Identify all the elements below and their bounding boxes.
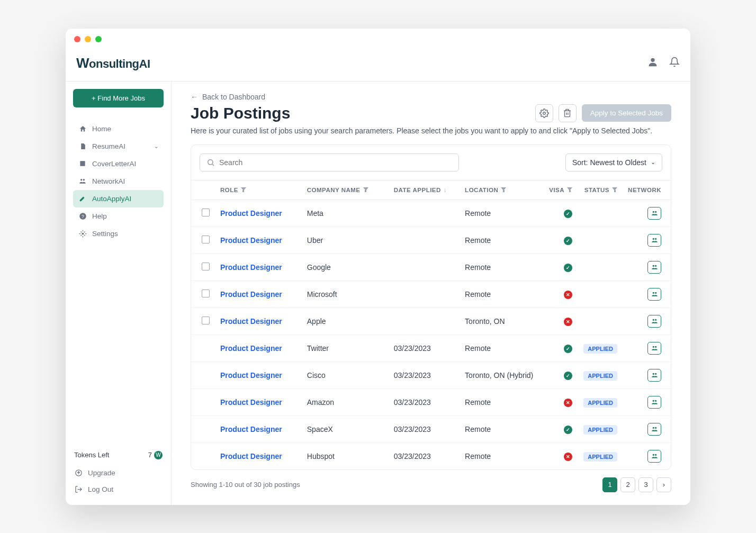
- role-link[interactable]: Product Designer: [220, 317, 282, 326]
- role-link[interactable]: Product Designer: [220, 236, 282, 245]
- check-icon: ✓: [564, 237, 572, 245]
- sort-dropdown[interactable]: Sort: Newest to Oldest ⌄: [565, 153, 662, 171]
- apply-to-selected-button[interactable]: Apply to Selected Jobs: [582, 104, 671, 122]
- next-page-button[interactable]: ›: [656, 477, 671, 492]
- row-checkbox[interactable]: [202, 263, 210, 270]
- location-cell: Remote: [460, 335, 544, 362]
- minimize-window-icon[interactable]: [85, 36, 91, 42]
- sidebar-item-home[interactable]: Home: [73, 120, 164, 138]
- column-status[interactable]: STATUS: [578, 180, 623, 200]
- settings-button[interactable]: [535, 104, 553, 122]
- sidebar-item-settings[interactable]: Settings: [73, 225, 164, 242]
- sidebar-item-networkai[interactable]: NetworkAI: [73, 173, 164, 190]
- svg-point-24: [652, 400, 654, 402]
- table-row: Product DesignerUberRemote✓: [191, 227, 671, 254]
- svg-point-6: [82, 232, 84, 234]
- date-cell: [389, 254, 460, 281]
- svg-text:?: ?: [82, 213, 84, 219]
- column-company[interactable]: COMPANY NAME: [302, 180, 389, 200]
- search-input[interactable]: [219, 158, 452, 167]
- svg-point-17: [655, 292, 656, 294]
- find-more-jobs-button[interactable]: + Find More Jobs: [73, 89, 164, 107]
- network-button[interactable]: [647, 423, 661, 436]
- table-row: Product DesignerCisco03/23/2023Toronto, …: [191, 362, 671, 389]
- sidebar-item-label: AutoApplyAI: [92, 195, 131, 203]
- delete-button[interactable]: [559, 104, 577, 122]
- role-link[interactable]: Product Designer: [220, 425, 282, 433]
- filter-icon: [567, 187, 572, 193]
- svg-point-27: [655, 427, 656, 429]
- file-icon: [78, 142, 87, 150]
- date-cell: 03/23/2023: [389, 389, 460, 415]
- row-checkbox[interactable]: [202, 290, 210, 297]
- upgrade-icon: [74, 469, 83, 477]
- upgrade-link[interactable]: Upgrade: [73, 465, 164, 481]
- sidebar-item-coverletterai[interactable]: CoverLetterAI: [73, 155, 164, 173]
- company-cell: Amazon: [302, 389, 389, 415]
- role-link[interactable]: Product Designer: [220, 452, 282, 460]
- x-icon: ✕: [564, 453, 572, 461]
- location-cell: Remote: [460, 389, 544, 415]
- column-location[interactable]: LOCATION: [460, 180, 544, 200]
- maximize-window-icon[interactable]: [95, 36, 102, 42]
- sidebar-item-autoapplyai[interactable]: AutoApplyAI: [73, 190, 164, 207]
- role-link[interactable]: Product Designer: [220, 371, 282, 380]
- role-link[interactable]: Product Designer: [220, 263, 282, 272]
- role-link[interactable]: Product Designer: [220, 290, 282, 299]
- gear-icon: [78, 230, 87, 238]
- token-badge-icon: W: [154, 451, 163, 459]
- row-checkbox[interactable]: [202, 236, 210, 243]
- network-button[interactable]: [647, 396, 661, 409]
- sidebar-item-label: NetworkAI: [92, 177, 125, 185]
- date-cell: 03/23/2023: [389, 415, 460, 442]
- column-visa[interactable]: VISA: [544, 180, 578, 200]
- close-window-icon[interactable]: [74, 36, 80, 42]
- role-link[interactable]: Product Designer: [220, 398, 282, 406]
- row-checkbox[interactable]: [202, 209, 210, 216]
- check-icon: ✓: [564, 426, 572, 434]
- page-button[interactable]: 2: [620, 477, 635, 492]
- sidebar-item-resumeai[interactable]: ResumeAI ⌄: [73, 138, 164, 155]
- location-cell: Remote: [460, 254, 544, 281]
- sidebar-item-help[interactable]: ? Help: [73, 207, 164, 225]
- svg-point-20: [652, 346, 654, 348]
- page-button[interactable]: 1: [602, 477, 617, 492]
- x-icon: ✕: [564, 399, 572, 407]
- svg-point-25: [655, 400, 656, 402]
- check-icon: ✓: [564, 264, 572, 272]
- arrow-left-icon: ←: [191, 93, 198, 101]
- titlebar: [66, 29, 690, 50]
- role-link[interactable]: Product Designer: [220, 344, 282, 353]
- logout-link[interactable]: Log Out: [73, 481, 164, 498]
- bell-icon[interactable]: [669, 57, 680, 69]
- network-button[interactable]: [647, 369, 661, 382]
- company-cell: Hubspot: [302, 442, 389, 469]
- row-checkbox[interactable]: [202, 317, 210, 324]
- network-button[interactable]: [647, 288, 661, 301]
- page-button[interactable]: 3: [638, 477, 653, 492]
- network-button[interactable]: [647, 315, 661, 328]
- company-cell: SpaceX: [302, 415, 389, 442]
- location-cell: Remote: [460, 442, 544, 469]
- check-icon: ✓: [564, 210, 572, 218]
- network-button[interactable]: [647, 234, 661, 247]
- location-cell: Remote: [460, 227, 544, 254]
- svg-rect-1: [80, 161, 85, 166]
- svg-point-13: [655, 238, 656, 240]
- back-to-dashboard-link[interactable]: ← Back to Dashboard: [191, 93, 265, 101]
- person-icon[interactable]: [647, 56, 659, 70]
- network-button[interactable]: [647, 342, 661, 355]
- search-input-wrapper[interactable]: [200, 153, 459, 171]
- network-button[interactable]: [647, 450, 661, 463]
- network-button[interactable]: [647, 261, 661, 274]
- status-badge: APPLIED: [583, 398, 617, 408]
- location-cell: Toronto, ON (Hybrid): [460, 362, 544, 389]
- sidebar-item-label: Home: [92, 125, 111, 133]
- network-button[interactable]: [647, 207, 661, 220]
- location-cell: Remote: [460, 415, 544, 442]
- role-link[interactable]: Product Designer: [220, 209, 282, 218]
- column-date[interactable]: DATE APPLIED↓: [389, 180, 460, 200]
- tokens-left: Tokens Left 7 W: [73, 448, 164, 465]
- column-role[interactable]: ROLE: [215, 180, 302, 200]
- date-cell: [389, 227, 460, 254]
